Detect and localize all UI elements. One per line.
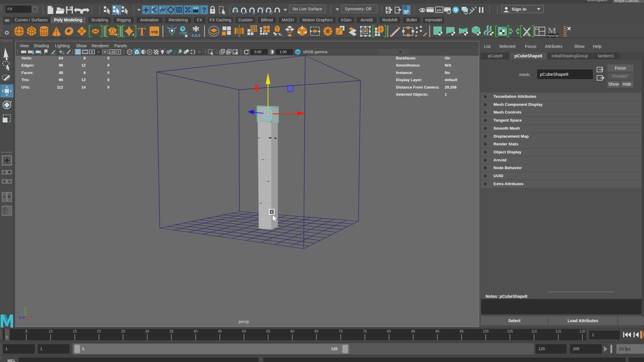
svg-text:y: y [24, 306, 26, 311]
svg-text:x: x [31, 313, 33, 318]
svg-text:sRGB gamma: sRGB gamma [303, 50, 328, 54]
svg-text:15: 15 [73, 329, 77, 333]
svg-text:30: 30 [145, 329, 149, 333]
svg-text:25: 25 [121, 329, 125, 333]
svg-text:0,0,0: 0,0,0 [192, 33, 200, 38]
svg-text:100: 100 [483, 329, 489, 333]
svg-text:20: 20 [97, 329, 101, 333]
svg-text:myscrip: myscrip [546, 34, 559, 38]
svg-text:110: 110 [531, 329, 537, 333]
svg-text:85: 85 [411, 329, 415, 333]
svg-text:80: 80 [387, 329, 391, 333]
svg-text:55: 55 [266, 329, 270, 333]
svg-text:T: T [138, 25, 145, 38]
svg-text:1.00: 1.00 [280, 50, 287, 54]
svg-text:5: 5 [25, 329, 27, 333]
svg-text:70: 70 [339, 329, 343, 333]
svg-text:z: z [19, 315, 21, 319]
svg-text:120: 120 [579, 329, 585, 333]
svg-text:0.00: 0.00 [254, 50, 261, 54]
svg-text:10: 10 [48, 329, 53, 333]
svg-text:?: ? [202, 6, 206, 14]
svg-text:105: 105 [507, 329, 513, 333]
svg-text:95: 95 [460, 329, 464, 333]
svg-text:60: 60 [290, 329, 294, 333]
svg-text:45: 45 [218, 329, 222, 333]
svg-text:90: 90 [435, 329, 440, 333]
svg-text:T: T [117, 50, 120, 54]
svg-text:persp: persp [239, 319, 249, 324]
svg-text:IPR: IPR [437, 9, 441, 12]
svg-text:115: 115 [555, 329, 561, 333]
svg-text:65: 65 [314, 329, 319, 333]
svg-text:40: 40 [194, 329, 198, 333]
svg-text:ON: ON [296, 51, 300, 53]
svg-text:50: 50 [242, 329, 246, 333]
svg-text:svg: svg [151, 29, 158, 34]
svg-text:35: 35 [170, 329, 174, 333]
svg-text:75: 75 [363, 329, 367, 333]
